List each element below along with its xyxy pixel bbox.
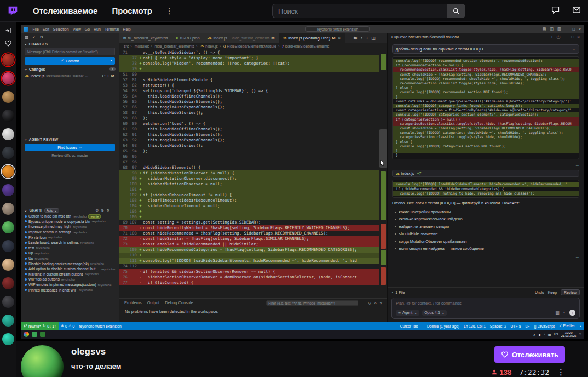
search-button[interactable] <box>447 4 465 18</box>
layout-grid-icon[interactable]: ▥ <box>557 27 561 31</box>
menu-item[interactable]: View <box>71 27 83 31</box>
chat-messages[interactable]: добавь debug логи во скрытие с тегом IDD… <box>388 41 584 287</box>
twitch-logo-icon[interactable] <box>7 5 19 17</box>
attach-image-icon[interactable]: ▦ <box>556 310 560 315</box>
channel-avatar[interactable] <box>2 165 14 178</box>
status-item[interactable]: {} JavaScript <box>532 324 557 328</box>
overview-ruler[interactable] <box>379 49 387 298</box>
commit-row[interactable]: WIP emotes in pinned messages(custom) re… <box>21 282 119 288</box>
commit-message-input[interactable] <box>25 48 115 55</box>
menu-item[interactable]: Selection <box>51 27 71 31</box>
panel-tab[interactable]: Debug Console <box>165 300 193 306</box>
graph-section-header[interactable]: ⌄ GRAPH Auto ⌄ ⊕ ⇅ ↻ ⋯ <box>21 207 119 214</box>
new-chat-icon[interactable]: + <box>551 35 554 39</box>
more-actions-icon[interactable]: ⋯ <box>379 36 383 41</box>
commit-row[interactable]: Option to hide pin msg btn reyohoho rewr… <box>21 214 119 219</box>
breadcrumb-item[interactable]: modules <box>129 44 149 48</box>
filter-icon[interactable]: ▽ <box>368 301 371 306</box>
taskbar-app-icon[interactable] <box>32 332 37 337</box>
discard-changes-icon[interactable]: ↩ <box>102 73 105 78</box>
close-tab-icon[interactable]: × <box>338 36 341 41</box>
follow-button[interactable]: Отслеживать <box>494 346 565 363</box>
stream-video-player[interactable]: FileEditSelectionViewGoRunTerminalHelp r… <box>16 22 588 341</box>
chevron-down-icon[interactable]: ⌄ <box>572 47 575 52</box>
notification-center-icon[interactable]: □ <box>579 333 581 336</box>
problems-filter-input[interactable] <box>266 300 358 306</box>
graph-pull-push-icon[interactable]: ⇅ <box>101 208 104 213</box>
notifications-bell-icon[interactable]: ◔ <box>577 324 584 328</box>
channel-avatar[interactable] <box>2 128 14 140</box>
split-layout-icon[interactable]: ◫ <box>550 27 554 31</box>
workspace-status[interactable]: reyohoho twitch extension <box>77 324 123 328</box>
scm-refresh-icon[interactable]: ↻ <box>39 35 43 39</box>
channel-avatar[interactable] <box>2 147 14 159</box>
next-change-icon[interactable]: ↓ <box>366 36 368 41</box>
close-chat-icon[interactable]: × <box>577 35 580 39</box>
editor-tab[interactable]: {} ru-RU.json <box>172 33 204 43</box>
commit-row[interactable]: Improve search in settings reyohoho <box>21 230 119 235</box>
commit-row[interactable]: WIP top ad buttons reyohoho <box>21 277 119 282</box>
menu-item[interactable]: Go <box>83 27 91 31</box>
nav-following[interactable]: Отслеживаемое <box>33 6 97 15</box>
stage-changes-icon[interactable]: + <box>107 73 109 78</box>
tray-volume-icon[interactable]: ♪ <box>544 333 545 336</box>
channel-avatar[interactable] <box>2 333 14 345</box>
channel-avatar[interactable] <box>2 72 14 84</box>
menu-item[interactable]: Edit <box>41 27 51 31</box>
chevron-right-icon[interactable]: › <box>391 290 393 294</box>
files-count-label[interactable]: 1 File <box>395 290 405 294</box>
whispers-icon[interactable] <box>551 5 561 15</box>
search-input[interactable] <box>272 4 447 18</box>
followed-heart-icon[interactable] <box>4 39 12 47</box>
taskbar-app-browser[interactable] <box>24 332 29 337</box>
chat-history-icon[interactable]: ◷ <box>557 35 561 39</box>
chat-code-block[interactable]: console.log('[IDDQD] loadHideSidebarElem… <box>392 180 579 198</box>
channel-name[interactable]: olegsvs <box>71 346 121 357</box>
scm-check-icon[interactable]: ✓ <box>32 35 36 39</box>
streamer-avatar[interactable] <box>21 345 64 377</box>
chat-composer[interactable]: Plan, @ for context, / for commands ∞ Ag… <box>391 298 580 319</box>
commit-row[interactable]: Margins in custom stream buttons reyohoh… <box>21 272 119 277</box>
expand-sidebar-icon[interactable] <box>4 27 12 35</box>
tray-shield-icon[interactable]: ◆ <box>538 333 541 336</box>
tray-expand-icon[interactable]: ∧ <box>533 333 535 336</box>
commit-row[interactable]: Disable loading emotes message(ok) reyoh… <box>21 261 119 266</box>
channel-avatar[interactable] <box>2 277 14 289</box>
find-issues-dropdown-icon[interactable]: ⌄ <box>79 145 82 150</box>
panel-tab[interactable]: Output <box>147 300 160 306</box>
send-button[interactable]: ↑ <box>569 310 575 316</box>
channel-avatar[interactable] <box>2 240 14 252</box>
editor-tab[interactable]: JS index.js (Working Tree) M × <box>279 33 345 43</box>
problems-status[interactable]: ⊗ 0 ⚠ 0 <box>59 324 77 328</box>
breadcrumb-item[interactable]: hide_sidebar_elements <box>149 44 194 48</box>
graph-add-icon[interactable]: ⊕ <box>95 208 99 213</box>
nav-more-icon[interactable]: ⋮ <box>165 6 174 16</box>
graph-refresh-icon[interactable]: ↻ <box>106 208 109 213</box>
status-item[interactable]: LF <box>523 324 532 328</box>
channel-avatar[interactable] <box>2 203 14 215</box>
scm-more-icon[interactable]: ⋯ <box>111 35 116 39</box>
graph-more-icon[interactable]: ⋯ <box>112 208 116 213</box>
commit-row[interactable]: Fix rte icon reyohoho <box>21 235 119 240</box>
status-item[interactable]: ✓ Prettier <box>557 324 577 328</box>
commit-row[interactable]: test reyohoho <box>21 245 119 251</box>
editor-tab[interactable]: JS index.js ...\hide_sidebar_elements M <box>204 33 279 43</box>
commit-row[interactable]: Pinned messages in chat WIP reyohoho <box>21 287 119 293</box>
menu-item[interactable]: Run <box>92 27 103 31</box>
menu-item[interactable]: Help <box>121 27 132 31</box>
breadcrumb-item[interactable]: {} HideSidebarElementsModule <box>218 44 276 48</box>
commit-dropdown-icon[interactable]: ⌄ <box>109 58 113 62</box>
model-selector[interactable]: Opus 4.5 ⌄ <box>422 310 447 316</box>
collapsed-content-ellipsis[interactable]: ... <box>575 162 579 167</box>
auto-fetch-toggle[interactable]: Auto ⌄ <box>44 208 59 213</box>
toggle-panel-icon[interactable]: ▤ <box>543 27 546 31</box>
stream-more-icon[interactable]: ⋮ <box>557 367 565 377</box>
channel-avatar[interactable] <box>2 259 14 271</box>
channel-avatar[interactable] <box>2 221 14 233</box>
open-changes-icon[interactable]: ⇆ <box>354 36 358 41</box>
collapsed-content-ellipsis[interactable]: ... <box>575 254 579 259</box>
agent-mode-selector[interactable]: ∞ Agent ⌄ <box>396 310 419 316</box>
git-branch-status[interactable]: rewrite* ↻ 0↓ 1↑ <box>21 322 59 330</box>
language-indicator[interactable]: US <box>554 333 558 336</box>
changes-group-header[interactable]: ⌄ Changes 1 <box>21 66 119 72</box>
